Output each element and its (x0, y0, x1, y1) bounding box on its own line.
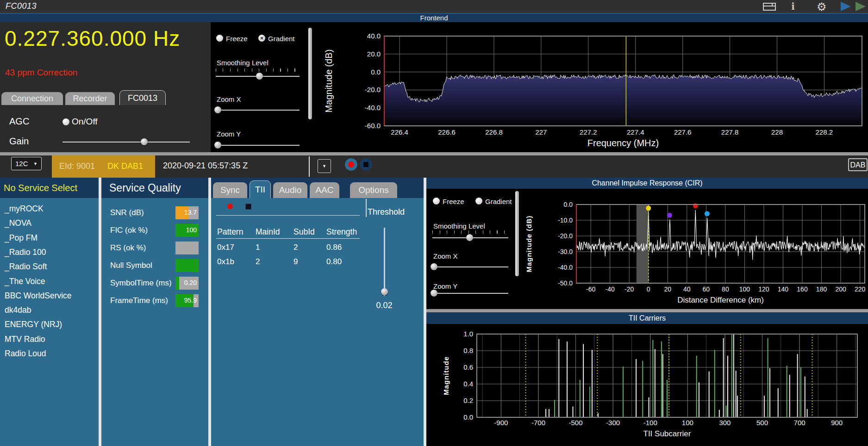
svg-text:226.8: 226.8 (485, 128, 503, 136)
quality-label: FrameTime (ms) (110, 296, 168, 305)
record-dropdown-button[interactable]: ▼ (318, 159, 331, 173)
info-icon[interactable]: i (788, 1, 798, 12)
svg-text:-500: -500 (569, 419, 583, 427)
service-item[interactable]: _Radio Soft (5, 262, 47, 272)
svg-text:1.0: 1.0 (463, 330, 473, 338)
cir-zoomy-label: Zoom Y (433, 282, 457, 290)
splitter-horizontal-top[interactable] (0, 152, 868, 155)
cir-gradient-radio[interactable] (475, 198, 482, 204)
tab-fc0013[interactable]: FC0013 (119, 90, 166, 105)
channel-combobox[interactable]: 12C ▼ (11, 157, 42, 170)
svg-text:140: 140 (778, 285, 789, 293)
tii-table-cell[interactable]: 9 (293, 257, 298, 266)
frontend-controls-scrollbar[interactable] (308, 28, 312, 119)
cir-controls-scrollbar[interactable] (515, 191, 519, 276)
quality-label: SymbolTime (ms) (110, 279, 172, 288)
tab-options[interactable]: Options (350, 182, 397, 198)
service-item[interactable]: _Radio 100 (5, 248, 46, 257)
quality-label: Null Symbol (110, 261, 152, 270)
frontend-zoomx-thumb[interactable] (214, 106, 221, 113)
svg-text:120: 120 (758, 285, 769, 293)
tii-record-dot-button[interactable] (227, 204, 233, 209)
cir-smoothing-thumb[interactable] (466, 234, 473, 241)
service-item[interactable]: _The Voice (5, 277, 45, 286)
cir-freeze-radio[interactable] (433, 198, 440, 204)
frontend-zoomx-slider[interactable] (216, 110, 300, 111)
svg-text:20: 20 (664, 285, 671, 293)
cir-zoomy-thumb[interactable] (431, 290, 437, 297)
svg-text:0.2: 0.2 (463, 396, 473, 404)
stop-button[interactable] (360, 158, 372, 171)
svg-text:226.4: 226.4 (391, 128, 408, 136)
frontend-zoomy-thumb[interactable] (214, 142, 221, 149)
splitter-horizontal-right[interactable] (426, 309, 868, 312)
mode-indicator[interactable]: DAB (848, 158, 868, 171)
tii-table-cell[interactable]: 0x17 (217, 243, 234, 252)
service-item[interactable]: _Pop FM (5, 233, 37, 243)
tab-connection[interactable]: Connection (1, 92, 63, 105)
svg-text:-40.0: -40.0 (558, 264, 573, 271)
svg-text:200: 200 (835, 285, 846, 293)
quality-bar: 0.20 (175, 277, 199, 290)
tab-audio[interactable]: Audio (273, 182, 307, 198)
quality-label: SNR (dB) (110, 208, 144, 217)
start-blue-play-icon[interactable] (841, 2, 851, 11)
tab-aac[interactable]: AAC (310, 182, 339, 198)
cir-zoomx-slider[interactable] (432, 266, 508, 267)
frontend-smoothing-thumb[interactable] (256, 73, 263, 80)
tab-tii[interactable]: TII (250, 180, 271, 198)
frontend-gradient-radio[interactable] (258, 35, 265, 42)
cir-freeze-label: Freeze (443, 198, 464, 205)
tii-table-cell[interactable]: 2 (256, 257, 260, 266)
tii-table-cell[interactable]: 0x1b (217, 257, 234, 266)
tii-separator-line (216, 215, 360, 216)
threshold-slider-thumb[interactable] (381, 288, 388, 295)
frontend-zoomy-slider[interactable] (216, 145, 300, 146)
ensemble-name: DK DAB1 (107, 161, 143, 171)
tii-stop-square-button[interactable] (245, 204, 251, 210)
gain-label: Gain (9, 136, 29, 147)
record-button[interactable] (345, 158, 357, 171)
service-item[interactable]: ENERGY (NRJ) (5, 320, 62, 329)
tab-sync[interactable]: Sync (213, 182, 247, 198)
tii-col-header: MainId (256, 227, 280, 237)
frontend-smoothing-slider[interactable] (216, 76, 300, 77)
cir-zoomy-slider[interactable] (432, 293, 508, 294)
service-item[interactable]: _myROCK (5, 204, 44, 214)
tii-table-cell[interactable]: 0.80 (326, 257, 342, 266)
cir-smoothing-label: Smoothing Level (433, 222, 485, 230)
tii-col-header: SubId (293, 227, 315, 237)
svg-text:Distance Difference (km): Distance Difference (km) (677, 296, 764, 304)
frontend-smoothing-label: Smoothing Level (217, 59, 269, 67)
gear-icon[interactable]: ⚙ (817, 0, 827, 13)
tii-table-cell[interactable]: 2 (293, 243, 298, 252)
quality-bar: 13.7 (175, 206, 199, 219)
agc-label: AGC (9, 116, 29, 127)
gain-slider-thumb[interactable] (141, 138, 148, 145)
frontend-freeze-radio[interactable] (216, 35, 223, 42)
cir-smoothing-slider[interactable] (432, 237, 508, 238)
service-item[interactable]: MTV Radio (5, 334, 45, 344)
window-icon[interactable] (763, 3, 776, 11)
tii-table-cell[interactable]: 0.86 (326, 243, 342, 252)
agc-onoff-radio[interactable] (62, 118, 69, 125)
tab-recorder[interactable]: Recorder (65, 92, 115, 105)
cir-zoomx-thumb[interactable] (431, 263, 437, 270)
service-item[interactable]: dk4dab (5, 305, 31, 315)
service-item[interactable]: _NOVA (5, 218, 31, 228)
svg-text:0: 0 (647, 285, 650, 293)
svg-text:-900: -900 (494, 419, 508, 427)
service-item[interactable]: Radio Loud (5, 349, 46, 359)
svg-text:40: 40 (683, 285, 691, 293)
start-green-play-icon[interactable] (856, 2, 866, 11)
threshold-separator (366, 199, 367, 217)
ensemble-banner: EId: 9001 DK DAB1 (52, 155, 155, 178)
svg-text:-40.0: -40.0 (365, 104, 381, 112)
threshold-slider[interactable] (384, 228, 385, 296)
tii-table-cell[interactable]: 1 (256, 243, 260, 252)
quality-label: RS (ok %) (110, 243, 146, 253)
gain-slider[interactable] (62, 142, 190, 142)
svg-text:60: 60 (703, 285, 710, 293)
svg-text:-20.0: -20.0 (365, 86, 381, 93)
service-item[interactable]: BBC WorldService (5, 291, 72, 301)
